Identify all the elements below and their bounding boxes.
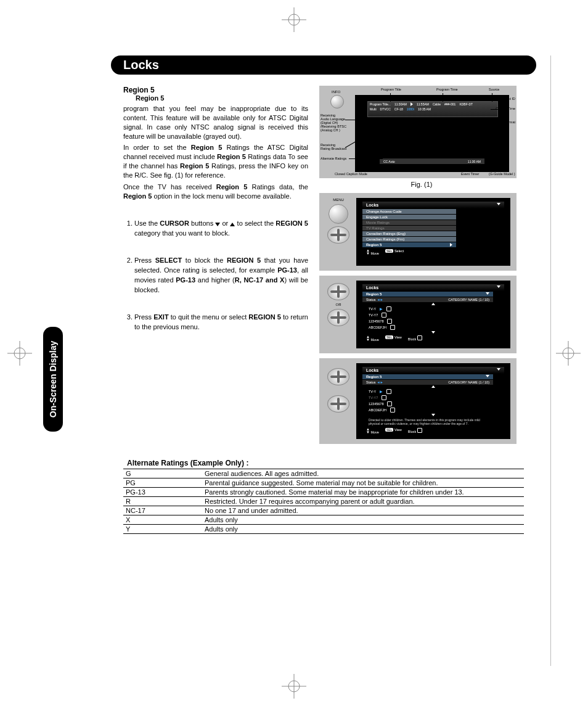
menu-item: Engage Lock [362,215,456,220]
osd-region5-list: OR Locks Region 5 Status ◄► CATEGORY NAM… [319,276,517,353]
steps: Use the CURSOR buttons or to select the … [123,219,308,332]
side-tab: On-Screen Display [43,327,63,432]
info-button-label: INFO [332,90,340,94]
figure-1: INFO Program Title... 11:30AM 11:55AM Ca… [319,86,517,178]
lock-icon [390,325,395,330]
label-event-timer: Event Timer [461,172,479,176]
cropmark-bottom [282,674,306,699]
remote-menu: MENU [327,198,350,246]
page: On-Screen Display Locks Region 5 Region … [0,0,588,706]
menu-item: Canadian Ratings (Eng) [362,231,456,236]
menu-item: Change Access Code [362,209,456,214]
dpad-icon [327,395,349,413]
trim-line [550,55,551,666]
label-program-time: Program Time [436,88,458,91]
ratings-table: GGeneral audiences. All ages admitted. P… [123,469,524,534]
figure-column: INFO Program Title... 11:30AM 11:55AM Ca… [319,86,524,444]
chevron-down-icon [486,292,489,295]
lock-icon [382,313,386,318]
menu-header: Locks [362,284,504,291]
chevron-down-icon [497,368,500,371]
menu-footer: ▲▼ Move SEL View Block [362,334,486,343]
label-audio: Receiving Audio Language (Digital CH) /R… [321,113,346,132]
ratings-section: Alternate Ratings (Example Only) : GGene… [123,459,524,534]
rating-row-dim: TV-Y7 [362,395,504,401]
status-header: Status ◄► CATEGORY NAME (1 / 10) [362,380,493,385]
dpad-icon [327,283,349,300]
rating-row: 12345678 [362,318,504,324]
osd-locks-menu: MENU Locks Change Access Code Engage Loc… [319,193,517,271]
paragraph-3: Once the TV has received Region 5 Rating… [123,183,308,201]
rating-row: TV-Y▶ [362,388,504,395]
step-2: Press SELECT to block the REGION 5 that … [134,256,308,295]
dpad-icon [327,309,349,326]
rating-description: Directed to older children. Themes and e… [362,417,498,427]
figure-1-caption: Fig. (1) [319,181,524,188]
step-3: Press EXIT to quit the menu or select RE… [134,313,308,332]
rating-row: TV-Y▶ [362,306,504,312]
lock-icon [387,401,392,406]
arrow-down-icon [431,414,435,416]
info-bar: Program Title... 11:30AM 11:55AM Cable #… [367,101,498,117]
label-source: Source [489,88,499,91]
arrow-right-icon [410,102,413,106]
menu-header: Locks [362,202,504,208]
chevron-down-icon [497,285,500,288]
rating-row: TV-Y7 [362,312,504,318]
cropmark-top [282,7,306,32]
menu-footer: ▲▼ Move SEL View Block [362,427,486,435]
lock-icon [387,319,392,324]
remote-dpad-a: OR [327,281,350,329]
menu-item: Canadian Ratings (Frn) [362,237,456,242]
table-row: YAdults only [123,525,524,534]
label-gguide: (G-Guide Model ) [489,172,515,176]
label-dcc: Receiving Digital Closed Caption [471,134,504,141]
section-header: Locks [111,55,536,75]
label-signal-format: Receiving Signal Format [494,117,515,124]
label-cc-mode: Closed Caption Mode [335,172,367,176]
menu-sub-selected: Region 5 [362,374,493,379]
lock-icon [417,335,422,340]
cc-bar: CC Auto 11:30 AM [380,158,484,164]
rating-row: 12345678 [362,401,504,407]
heading-region5-sub: Region 5 [136,94,308,102]
lock-icon [382,395,386,400]
rating-row: ABCDEFJH [362,324,504,330]
section-title: Locks [123,58,159,72]
menu-button-icon [329,204,348,224]
status-header: Status ◄► CATEGORY NAME (1 / 10) [362,297,493,302]
lock-icon [386,389,391,394]
info-button-icon [330,95,344,109]
table-row: NC-17No one 17 and under admitted. [123,506,524,515]
lock-icon [390,408,395,413]
table-row: RRestricted. Under 17 requires accompany… [123,497,524,506]
osd-region5-detail: Locks Region 5 Status ◄► CATEGORY NAME (… [319,358,517,444]
arrow-down-icon [431,331,435,334]
menu-sub-selected: Region 5 [362,292,493,297]
step-1: Use the CURSOR buttons or to select the … [134,219,308,239]
lock-icon [417,428,422,433]
dpad-icon [327,368,349,385]
table-row: PG-13Parents strongly cautioned. Some ma… [123,488,524,497]
table-row: PGParental guidance suggested. Some mate… [123,478,524,488]
cropmark-right [556,341,581,366]
table-row: XAdults only [123,515,524,525]
arrow-up-icon [431,303,435,305]
cropmark-left [7,341,32,366]
text-column: Region 5 Region 5 program that you feel … [123,86,308,444]
label-current-time: Current Time [496,107,515,110]
paragraph-2: In order to set the Region 5 Ratings the… [123,143,308,179]
menu-footer: ▲▼ Move SEL Select [362,248,449,257]
label-chid: CH ID/Input ID [493,97,515,101]
heading-region5: Region 5 [123,86,308,94]
side-tab-label: On-Screen Display [48,341,58,418]
content: Locks Region 5 Region 5 program that you… [123,55,524,534]
label-rating: Receiving Rating Broadcast [321,143,346,150]
lock-icon [386,306,391,311]
chevron-down-icon [497,203,500,205]
label-program-title: Program Title [381,88,401,91]
arrow-right-icon [450,243,452,247]
menu-header: Locks [362,367,504,374]
rating-row: ABCDEFJH [362,407,504,413]
label-alt-ratings: Alternate Ratings [321,157,346,160]
